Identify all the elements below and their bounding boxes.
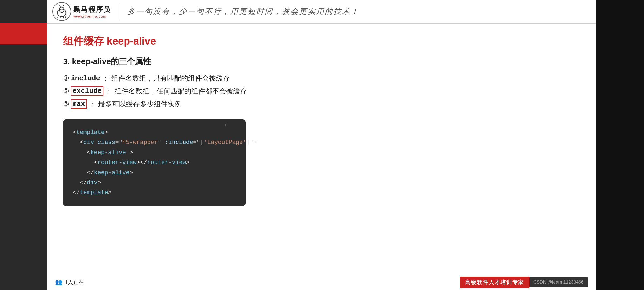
svg-line-7: [65, 15, 66, 18]
header-divider: [119, 3, 119, 20]
crosshair-indicator: +: [224, 122, 227, 128]
logo-brand: 黑马程序员: [73, 5, 111, 14]
viewer-count: 1人正在: [65, 279, 84, 286]
right-sidebar: [596, 0, 644, 290]
page-title: 组件缓存 keep-alive: [63, 34, 580, 48]
section-heading: 3. keep-alive的三个属性: [63, 56, 580, 67]
attr-colon-3: ：: [89, 99, 96, 109]
code-block: <template> <div class="h5-wrapper" :incl…: [63, 119, 246, 206]
code-line-4: <router-view></router-view>: [73, 158, 236, 168]
viewer-icon: 👥: [55, 279, 62, 286]
svg-line-5: [60, 16, 60, 18]
code-line-7: </template>: [73, 188, 236, 198]
attr-item-max: ③ max ： 最多可以缓存多少组件实例: [63, 99, 580, 109]
attr-keyword-max: max: [71, 99, 87, 109]
bottom-left: 👥 1人正在: [55, 279, 84, 286]
brand-badge: 高级软件人才培训专家: [460, 277, 529, 288]
attr-desc-max: 最多可以缓存多少组件实例: [98, 99, 182, 109]
logo-horse-icon: [54, 4, 69, 19]
attr-keyword-include: include: [71, 74, 100, 82]
svg-line-3: [63, 5, 64, 6]
attr-number-1: ①: [63, 74, 69, 82]
main-content: 黑马程序员 www.itheima.com 多一句没有，少一句不行，用更短时间，…: [47, 0, 596, 290]
left-sidebar: [0, 0, 47, 290]
bottom-bar: 👥 1人正在 高级软件人才培训专家 CSDN @leam 11233466: [47, 274, 596, 290]
attr-item-exclude: ② exclude ： 组件名数组，任何匹配的组件都不会被缓存: [63, 86, 580, 96]
attr-list: ① include ： 组件名数组，只有匹配的组件会被缓存 ② exclude …: [63, 74, 580, 109]
slide-body: 组件缓存 keep-alive 3. keep-alive的三个属性 ① inc…: [47, 24, 596, 290]
attr-number-3: ③: [63, 100, 69, 108]
attr-colon-2: ：: [105, 86, 112, 96]
bottom-right: 高级软件人才培训专家 CSDN @leam 11233466: [460, 277, 588, 288]
csdn-badge: CSDN @leam 11233466: [529, 277, 588, 287]
attr-item-include: ① include ： 组件名数组，只有匹配的组件会被缓存: [63, 74, 580, 83]
logo-url: www.itheima.com: [73, 14, 111, 19]
svg-line-2: [60, 5, 60, 7]
code-line-6: </div>: [73, 178, 236, 188]
svg-line-6: [63, 16, 64, 18]
logo-text-area: 黑马程序员 www.itheima.com: [73, 5, 111, 19]
sidebar-red-bar: [0, 23, 47, 44]
code-line-3: <keep-alive >: [73, 148, 236, 158]
header: 黑马程序员 www.itheima.com 多一句没有，少一句不行，用更短时间，…: [47, 0, 596, 24]
header-slogan: 多一句没有，少一句不行，用更短时间，教会更实用的技术！: [127, 6, 359, 17]
svg-line-4: [58, 15, 58, 18]
attr-colon-1: ：: [102, 74, 109, 83]
logo-area: 黑马程序员 www.itheima.com: [52, 2, 111, 21]
code-line-1: <template>: [73, 128, 236, 137]
logo-circle: [52, 2, 71, 21]
attr-desc-include: 组件名数组，只有匹配的组件会被缓存: [111, 74, 230, 83]
code-line-5: </keep-alive>: [73, 168, 236, 178]
attr-desc-exclude: 组件名数组，任何匹配的组件都不会被缓存: [115, 86, 247, 96]
code-line-2: <div class="h5-wrapper" :include="['Layo…: [73, 137, 236, 147]
attr-number-2: ②: [63, 87, 69, 95]
attr-keyword-exclude: exclude: [71, 86, 103, 96]
